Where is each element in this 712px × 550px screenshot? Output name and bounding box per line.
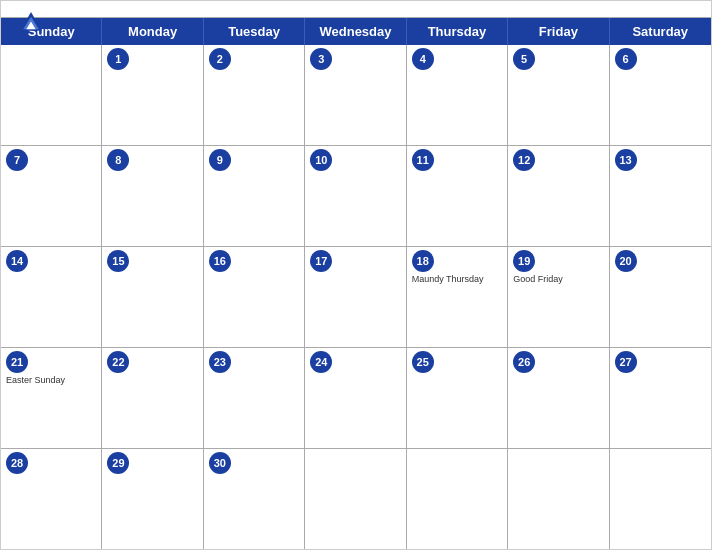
day-number: 1: [107, 48, 129, 70]
day-number: 26: [513, 351, 535, 373]
day-cell: 22: [102, 348, 203, 448]
calendar: SundayMondayTuesdayWednesdayThursdayFrid…: [0, 0, 712, 550]
day-number: 23: [209, 351, 231, 373]
calendar-header: [1, 1, 711, 17]
weeks-container: 123456789101112131415161718Maundy Thursd…: [1, 45, 711, 549]
day-header-thursday: Thursday: [407, 18, 508, 45]
day-number: 28: [6, 452, 28, 474]
day-number: 30: [209, 452, 231, 474]
day-number: 19: [513, 250, 535, 272]
day-number: 8: [107, 149, 129, 171]
day-number: 9: [209, 149, 231, 171]
day-headers: SundayMondayTuesdayWednesdayThursdayFrid…: [1, 18, 711, 45]
day-cell: 13: [610, 146, 711, 246]
day-cell: [407, 449, 508, 549]
day-cell: 30: [204, 449, 305, 549]
day-number: 25: [412, 351, 434, 373]
generalblue-logo-icon: [17, 9, 45, 37]
day-cell: 24: [305, 348, 406, 448]
day-cell: 9: [204, 146, 305, 246]
day-cell: 12: [508, 146, 609, 246]
day-number: 3: [310, 48, 332, 70]
calendar-grid: SundayMondayTuesdayWednesdayThursdayFrid…: [1, 17, 711, 549]
day-number: 15: [107, 250, 129, 272]
holiday-name: Good Friday: [513, 274, 603, 285]
day-cell: 18Maundy Thursday: [407, 247, 508, 347]
day-cell: 20: [610, 247, 711, 347]
day-cell: 3: [305, 45, 406, 145]
week-row-5: 282930: [1, 449, 711, 549]
day-number: 14: [6, 250, 28, 272]
day-number: 29: [107, 452, 129, 474]
day-cell: 15: [102, 247, 203, 347]
day-header-friday: Friday: [508, 18, 609, 45]
day-cell: 19Good Friday: [508, 247, 609, 347]
day-cell: 23: [204, 348, 305, 448]
day-number: 4: [412, 48, 434, 70]
day-number: 11: [412, 149, 434, 171]
week-row-1: 123456: [1, 45, 711, 146]
day-cell: 28: [1, 449, 102, 549]
day-number: 24: [310, 351, 332, 373]
day-number: 12: [513, 149, 535, 171]
logo-area: [17, 9, 49, 37]
day-header-saturday: Saturday: [610, 18, 711, 45]
day-number: 13: [615, 149, 637, 171]
day-number: 6: [615, 48, 637, 70]
day-header-monday: Monday: [102, 18, 203, 45]
holiday-name: Maundy Thursday: [412, 274, 502, 285]
day-cell: 26: [508, 348, 609, 448]
day-number: 22: [107, 351, 129, 373]
day-header-wednesday: Wednesday: [305, 18, 406, 45]
day-cell: 16: [204, 247, 305, 347]
day-cell: 21Easter Sunday: [1, 348, 102, 448]
day-number: 18: [412, 250, 434, 272]
day-cell: [610, 449, 711, 549]
day-cell: 5: [508, 45, 609, 145]
day-number: 10: [310, 149, 332, 171]
day-cell: 1: [102, 45, 203, 145]
day-number: 17: [310, 250, 332, 272]
day-number: 16: [209, 250, 231, 272]
day-number: 5: [513, 48, 535, 70]
day-cell: 4: [407, 45, 508, 145]
week-row-4: 21Easter Sunday222324252627: [1, 348, 711, 449]
day-cell: 29: [102, 449, 203, 549]
day-number: 21: [6, 351, 28, 373]
day-cell: [305, 449, 406, 549]
day-header-tuesday: Tuesday: [204, 18, 305, 45]
day-cell: [1, 45, 102, 145]
day-cell: 6: [610, 45, 711, 145]
holiday-name: Easter Sunday: [6, 375, 96, 386]
day-cell: 11: [407, 146, 508, 246]
day-cell: 10: [305, 146, 406, 246]
day-number: 7: [6, 149, 28, 171]
day-cell: 2: [204, 45, 305, 145]
day-cell: 17: [305, 247, 406, 347]
day-number: 2: [209, 48, 231, 70]
day-number: 27: [615, 351, 637, 373]
week-row-3: 1415161718Maundy Thursday19Good Friday20: [1, 247, 711, 348]
day-cell: 7: [1, 146, 102, 246]
day-number: 20: [615, 250, 637, 272]
day-cell: 27: [610, 348, 711, 448]
day-cell: [508, 449, 609, 549]
day-cell: 8: [102, 146, 203, 246]
day-cell: 14: [1, 247, 102, 347]
week-row-2: 78910111213: [1, 146, 711, 247]
day-cell: 25: [407, 348, 508, 448]
